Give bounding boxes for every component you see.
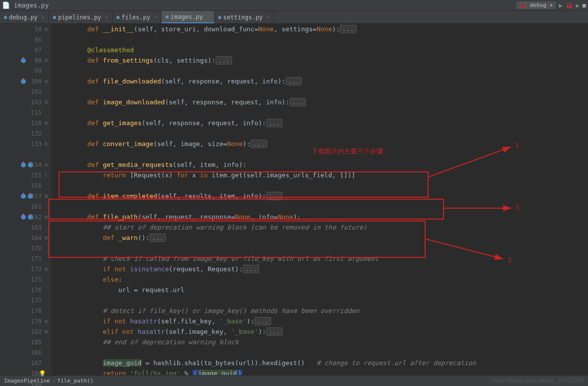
fold-icon[interactable]: ⊞ [45,26,48,32]
fold-icon[interactable]: ⊞ [45,78,48,84]
tab-images-py[interactable]: ●images.py× [161,11,214,23]
gutter-line[interactable]: 176⊟ [0,285,52,295]
gutter-line[interactable]: 154⊞ [0,159,52,170]
override-icon[interactable] [21,58,26,63]
close-icon[interactable]: × [207,14,210,19]
play-icon[interactable]: ▶ [576,2,580,9]
fold-icon[interactable]: ⊞ [45,120,48,126]
override-icon[interactable] [28,194,33,199]
fold-icon[interactable]: ⊞ [45,214,48,220]
folded-content[interactable]: ... [243,265,259,273]
gutter-line[interactable]: ⊟ [0,149,52,159]
folded-content[interactable]: ... [149,233,166,242]
folded-content[interactable]: ... [286,77,302,85]
gutter-line[interactable]: 182⊞ [0,326,52,337]
folded-content[interactable]: ... [266,327,283,336]
folded-content[interactable]: ... [290,98,306,106]
bulb-icon[interactable]: 💡 [39,370,46,377]
gutter-line[interactable]: 178⊟ [0,306,52,316]
code-line[interactable] [52,295,588,306]
tab-settings-py[interactable]: ●settings.py× [215,11,275,23]
code-line[interactable]: ## end of deprecation warning block [52,337,588,347]
fold-icon[interactable]: ⊞ [45,193,48,199]
gutter-line[interactable]: 💡188⊟ [0,368,52,379]
stop-icon[interactable]: ■ [583,2,586,9]
code-line[interactable]: elif not hasattr(self.image_key, '_base'… [52,326,588,337]
code-line[interactable] [52,34,588,45]
code-line[interactable]: else: [52,274,588,285]
gutter-line[interactable]: 133⊞ [0,139,52,149]
code-line[interactable]: # detect if file_key() or image_key() me… [52,306,588,316]
folded-content[interactable]: ... [250,140,267,148]
gutter-line[interactable]: 156⊟ [0,180,52,191]
code-line[interactable]: return [Request(x) for x in item.get(sel… [52,170,588,180]
code-line[interactable] [52,243,588,253]
run-icon[interactable]: ▶ [559,2,562,9]
fold-icon[interactable]: ⊞ [45,141,48,147]
gutter-line[interactable]: 185⊟ [0,337,52,347]
gutter-line[interactable]: 186⊟ [0,347,52,358]
close-icon[interactable]: × [105,14,108,20]
gutter-line[interactable]: 86⊟ [0,34,52,45]
gutter-line[interactable]: 115⊟ [0,107,52,118]
code-line[interactable]: def _warn():... [52,232,588,243]
code-line[interactable]: if not hasattr(self.file_key, '_base'):.… [52,316,588,326]
gutter-line[interactable]: 189⊟ [0,379,52,386]
code-line[interactable]: @classmethod [52,45,588,55]
code-line[interactable]: def __init__(self, store_uri, download_f… [52,24,588,34]
tab-files-py[interactable]: ●files.py× [113,11,162,23]
code-line[interactable]: image_guid = hashlib.sha1(to_bytes(url))… [52,358,588,368]
close-icon[interactable]: × [42,14,45,20]
folded-content[interactable]: ... [266,192,283,200]
fold-icon[interactable]: ⊞ [45,162,48,167]
gutter-line[interactable]: 50⊞ [0,24,52,34]
fold-icon[interactable]: ⊞ [45,235,48,240]
code-line[interactable]: def file_path(self, request, response=No… [52,212,588,222]
gutter-line[interactable]: 102⊟ [0,86,52,97]
gutter-line[interactable]: 161⊟ [0,201,52,212]
folded-content[interactable]: ... [340,25,356,33]
code-line[interactable]: # check if called from image_key or file… [52,253,588,264]
override-icon[interactable] [28,215,33,220]
code-line[interactable]: def item_completed(self, results, item, … [52,191,588,201]
code-line[interactable]: url = request.url [52,285,588,295]
code-line[interactable]: def get_images(self, response, request, … [52,118,588,128]
code-line[interactable]: def from_settings(cls, settings):... [52,55,588,66]
gutter-line[interactable]: 87⊟ [0,45,52,55]
override-icon[interactable] [21,194,26,199]
gutter-line[interactable]: 175⊟ [0,274,52,285]
gutter-line[interactable]: 116⊞ [0,118,52,128]
gutter-line[interactable]: 99⊟ [0,66,52,76]
folded-content[interactable]: ... [266,119,283,127]
code-line[interactable] [52,180,588,191]
gutter-line[interactable]: 103⊞ [0,97,52,107]
code-line[interactable]: def image_downloaded(self, response, req… [52,97,588,107]
gutter-line[interactable]: 155⌊ [0,170,52,180]
close-icon[interactable]: × [154,14,157,20]
gutter-line[interactable]: 170⊟ [0,243,52,253]
code-line[interactable]: if not isinstance(request, Request):... [52,264,588,274]
debug-icon[interactable]: 🐞 [566,2,573,9]
gutter-line[interactable]: 132⊟ [0,128,52,139]
code-line[interactable]: def get_media_requests(self, item, info)… [52,159,588,170]
fold-icon[interactable]: ⊞ [45,318,48,324]
run-config-selector[interactable]: 🐞 debug ▾ [516,1,556,9]
breadcrumb-method[interactable]: file_path() [57,378,93,384]
gutter-line[interactable]: 88⊞ [0,55,52,66]
fold-icon[interactable]: ⊞ [45,329,48,334]
override-icon[interactable] [21,79,26,84]
code-line[interactable] [52,201,588,212]
code-area[interactable]: def __init__(self, store_uri, download_f… [52,24,588,375]
gutter-line[interactable]: 177⊟ [0,295,52,306]
code-line[interactable] [52,86,588,97]
code-line[interactable] [52,149,588,159]
override-icon[interactable] [28,162,33,167]
code-line[interactable]: return 'full/%s.jpg' % (image_guid) [52,368,588,375]
fold-icon[interactable]: ⊞ [45,99,48,105]
gutter-line[interactable]: 172⊞ [0,264,52,274]
override-icon[interactable] [21,162,26,167]
code-line[interactable] [52,347,588,358]
gutter-line[interactable]: 157⊞ [0,191,52,201]
override-icon[interactable] [21,215,26,220]
code-line[interactable] [52,128,588,139]
